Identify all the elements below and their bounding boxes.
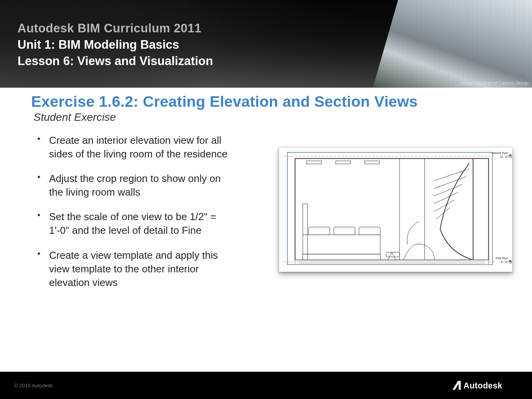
svg-rect-16 <box>303 254 381 260</box>
slide: Image courtesy of Cannon Design Autodesk… <box>0 0 532 399</box>
list-item: Create an interior elevation view for al… <box>33 134 236 161</box>
header-band: Image courtesy of Cannon Design Autodesk… <box>0 0 532 88</box>
footer-bar: © 2010 Autodesk Autodesk <box>0 372 532 399</box>
svg-rect-8 <box>307 161 321 164</box>
svg-rect-19 <box>359 227 381 235</box>
svg-rect-18 <box>334 227 355 235</box>
curriculum-title: Autodesk BIM Curriculum 2011 <box>18 21 213 35</box>
level-elev: 0' - 0" <box>501 261 508 263</box>
svg-rect-9 <box>336 161 351 164</box>
unit-title: Unit 1: BIM Modeling Basics <box>18 38 213 52</box>
level-name: Second Floor <box>492 152 508 154</box>
svg-rect-0 <box>287 152 493 265</box>
header-text: Autodesk BIM Curriculum 2011 Unit 1: BIM… <box>18 21 213 68</box>
bullet-list: Create an interior elevation view for al… <box>33 134 236 300</box>
exercise-title: Exercise 1.6.2: Creating Elevation and S… <box>31 93 532 110</box>
brand-text: Autodesk <box>463 381 502 390</box>
level-elev: 12' - 0" <box>500 155 508 158</box>
exercise-subtitle: Student Exercise <box>33 111 532 124</box>
svg-rect-17 <box>308 227 330 235</box>
brand-logo: Autodesk <box>452 372 520 399</box>
elevation-figure: Second Floor 12' - 0" First Floor 0' - 0… <box>279 147 513 272</box>
svg-rect-10 <box>365 161 380 164</box>
lesson-title: Lesson 6: Views and Visualization <box>18 54 213 68</box>
svg-rect-7 <box>295 159 489 260</box>
svg-rect-15 <box>303 235 381 254</box>
svg-line-22 <box>434 177 466 189</box>
image-credit: Image courtesy of Cannon Design <box>461 81 530 85</box>
copyright-text: © 2010 Autodesk <box>14 383 53 388</box>
svg-line-24 <box>433 192 458 204</box>
svg-line-21 <box>434 169 469 181</box>
svg-line-23 <box>433 184 462 196</box>
list-item: Create a view template and apply this vi… <box>33 249 236 290</box>
svg-rect-14 <box>303 204 308 260</box>
list-item: Adjust the crop region to show only on t… <box>33 172 236 199</box>
level-name: First Floor <box>496 257 508 260</box>
header-decor-image: Image courtesy of Cannon Design <box>365 0 532 88</box>
list-item: Set the scale of one view to be 1/2" = 1… <box>33 210 236 237</box>
